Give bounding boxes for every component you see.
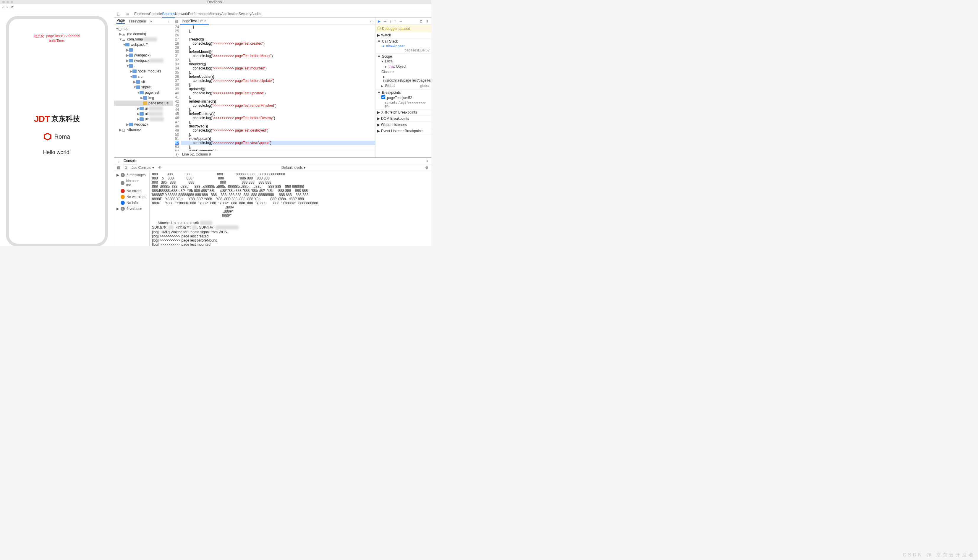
bp-code-preview: console.log(">>>>>>>>>> pa…: [377, 100, 430, 108]
tree-item[interactable]: ▶uit xxxxxxxx: [114, 117, 173, 122]
console-tab[interactable]: Console: [123, 158, 137, 164]
bp-label[interactable]: pageTest.jue:52: [387, 96, 412, 100]
back-button[interactable]: ‹: [2, 5, 3, 9]
tree-item[interactable]: ▶sit: [114, 79, 173, 85]
file-tab-pagetest[interactable]: pageTest.jue ×: [180, 18, 209, 25]
folder-icon: [140, 107, 144, 110]
device-frame: 动态化: pageTest#3 v:999999 buildTime: JDT …: [6, 16, 108, 246]
deactivate-bp-button[interactable]: ⊘: [420, 19, 423, 23]
tab-audits[interactable]: Audits: [251, 10, 261, 17]
event-bp-section[interactable]: ▶ Event Listener Breakpoints: [377, 129, 430, 133]
sidebar-toggle-icon[interactable]: ▦: [117, 165, 120, 170]
tree-item[interactable]: ▼xhjtest: [114, 85, 173, 90]
code-editor[interactable]: 2425262728293031323334353637383940414243…: [173, 25, 375, 151]
navigator-menu-icon[interactable]: ⋮: [167, 19, 171, 23]
resume-button[interactable]: ▶: [378, 19, 380, 23]
tree-item[interactable]: pageTest.jue: [114, 100, 173, 106]
console-filter-2[interactable]: No errors: [114, 188, 149, 194]
box-icon: ▢: [122, 128, 126, 132]
bp-checkbox[interactable]: [382, 95, 385, 99]
tab-sources[interactable]: Sources: [162, 10, 175, 18]
tree-item[interactable]: ▶(webpackxxxxxxxx: [114, 58, 173, 63]
reload-button[interactable]: ⟳: [11, 5, 13, 9]
file-tab-bar: ▦ pageTest.jue × ▭: [173, 18, 375, 25]
step-over-button[interactable]: ⤻: [383, 19, 387, 23]
folder-icon: [136, 80, 140, 84]
drawer-menu-icon[interactable]: ⋮: [117, 159, 121, 163]
min-dot[interactable]: [7, 1, 9, 3]
tree-item[interactable]: ▶: [114, 47, 173, 53]
tab-memory[interactable]: Memory: [208, 10, 221, 17]
tree-item[interactable]: ▶node_modules: [114, 68, 173, 74]
console-filter-4[interactable]: No info: [114, 200, 149, 206]
scope-section[interactable]: ▼ Scope: [377, 54, 430, 58]
tree-item[interactable]: ▶▢<iframe>: [114, 127, 173, 132]
xhr-bp-section[interactable]: ▶ XHR/fetch Breakpoints: [377, 110, 430, 115]
scope-closure[interactable]: Closure: [382, 70, 393, 74]
tab-security[interactable]: Security: [238, 10, 251, 17]
max-dot[interactable]: [11, 1, 13, 3]
dom-bp-section[interactable]: ▶ DOM Breakpoints: [377, 117, 430, 121]
device-icon[interactable]: ▭: [126, 12, 129, 16]
editor-more-icon[interactable]: ▭: [368, 19, 375, 23]
watch-section[interactable]: ▶ Watch: [377, 33, 430, 37]
user-icon: [121, 181, 125, 185]
callstack-section[interactable]: ▼ Call Stack: [377, 39, 430, 43]
live-expression-icon[interactable]: 👁: [158, 165, 162, 170]
tree-item[interactable]: ▼▢top: [114, 26, 173, 31]
forward-button[interactable]: ›: [7, 5, 8, 9]
tree-item[interactable]: ▶img: [114, 95, 173, 100]
listeners-section[interactable]: ▶ Global Listeners: [377, 123, 430, 127]
levels-selector[interactable]: Default levels ▾: [282, 165, 305, 170]
console-settings-icon[interactable]: ⚙: [425, 165, 428, 170]
tree-item[interactable]: ▶ui xxxxxxxx: [114, 111, 173, 117]
tree-item[interactable]: ▼webpack://: [114, 42, 173, 47]
console-filter-1[interactable]: No user me…: [114, 178, 149, 188]
step-out-button[interactable]: ↑: [394, 19, 396, 23]
console-sidebar[interactable]: ▶66 messagesNo user me…No errorsNo warni…: [114, 171, 150, 246]
close-dot[interactable]: [2, 1, 5, 3]
tree-item[interactable]: ▼.: [114, 63, 173, 68]
tree-label: img: [148, 96, 154, 100]
tab-application[interactable]: Application: [221, 10, 238, 17]
tree-label: pageTest: [145, 90, 159, 95]
tree-item[interactable]: ▶webpack: [114, 122, 173, 127]
tree-item[interactable]: ▼pageTest: [114, 90, 173, 95]
tab-page[interactable]: Page: [117, 18, 125, 24]
file-tree[interactable]: ▼▢top▶☁(no domain)▼☁com.romaxxxxxxxx▼web…: [114, 25, 173, 157]
more-tabs-icon[interactable]: »: [150, 19, 152, 23]
context-selector[interactable]: Jue Console ▾: [132, 165, 154, 170]
console-output[interactable]: 888 888 888 888 888888 888 888 888888888…: [150, 171, 432, 246]
cloud-icon: ☁: [122, 32, 126, 36]
tree-item[interactable]: ▶☁(no domain): [114, 31, 173, 37]
file-list-icon[interactable]: ▦: [173, 19, 180, 23]
editor-pane: ▦ pageTest.jue × ▭ 242526272829303132333…: [173, 18, 375, 157]
step-into-button[interactable]: ↓: [389, 19, 391, 23]
breakpoints-section[interactable]: ▼ Breakpoints: [377, 90, 430, 95]
tree-item[interactable]: ▼☁com.romaxxxxxxxx: [114, 37, 173, 42]
format-icon[interactable]: {}: [176, 152, 178, 157]
tab-console[interactable]: Console: [149, 10, 162, 17]
roma-row: Roma: [44, 133, 70, 140]
step-button[interactable]: →: [399, 19, 402, 23]
inspect-icon[interactable]: ⬚: [117, 12, 120, 16]
scope-global[interactable]: Global: [385, 84, 395, 88]
console-filter-5[interactable]: ▶66 verbose: [114, 206, 149, 212]
tab-elements[interactable]: Elements: [134, 10, 149, 17]
close-drawer-icon[interactable]: ×: [427, 159, 428, 163]
tab-performance[interactable]: Performance: [188, 10, 208, 17]
scope-local[interactable]: Local: [385, 59, 393, 63]
stack-frame[interactable]: viewAppear: [386, 44, 405, 48]
tree-item[interactable]: ▶(webpack): [114, 53, 173, 58]
tab-filesystem[interactable]: Filesystem: [129, 19, 146, 23]
close-icon[interactable]: ×: [204, 19, 207, 23]
tree-item[interactable]: ▼src: [114, 74, 173, 79]
window-title: DevTools -: [207, 0, 224, 4]
console-filter-3[interactable]: No warnings: [114, 194, 149, 200]
clear-console-icon[interactable]: ⊘: [125, 165, 127, 170]
console-filter-0[interactable]: ▶66 messages: [114, 172, 149, 178]
pause-exceptions-button[interactable]: ⏸: [425, 19, 429, 23]
jdt-cn-text: 京东科技: [52, 114, 80, 123]
tab-network[interactable]: Network: [175, 10, 188, 17]
tree-item[interactable]: ▶ui xxxxxxxx: [114, 106, 173, 111]
